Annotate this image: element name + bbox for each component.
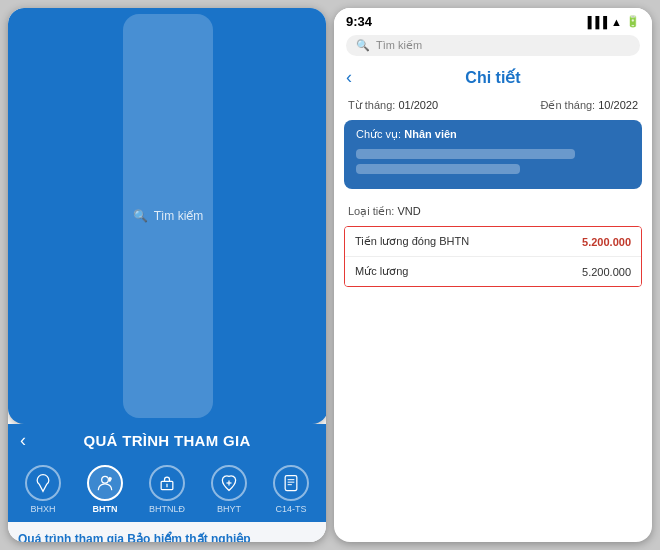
phone-right: 9:34 ▐▐▐ ▲ 🔋 🔍 Tìm kiếm ‹ Chi tiết Từ th… bbox=[334, 8, 652, 542]
tab-c14ts[interactable]: C14-TS bbox=[260, 465, 322, 514]
right-search-icon: 🔍 bbox=[356, 39, 370, 52]
detail-card-blur-area bbox=[344, 145, 642, 189]
tab-bhtn[interactable]: $ BHTN bbox=[74, 465, 136, 514]
tab-bhyt[interactable]: BHYT bbox=[198, 465, 260, 514]
left-search-placeholder: Tìm kiếm bbox=[154, 209, 204, 223]
phone-left: 🔍 Tìm kiếm ‹ QUÁ TRÌNH THAM GIA BHXH bbox=[8, 8, 326, 542]
currency-row: Loại tiền: VND bbox=[334, 199, 652, 226]
right-page-title: Chi tiết bbox=[465, 68, 520, 87]
left-page-title: QUÁ TRÌNH THAM GIA bbox=[83, 432, 250, 449]
currency-label: Loại tiền: bbox=[348, 205, 394, 217]
tab-bhtnld[interactable]: BHTNLĐ bbox=[136, 465, 198, 514]
svg-rect-7 bbox=[285, 476, 297, 491]
bhxh-icon bbox=[33, 473, 53, 493]
signal-icon: ▐▐▐ bbox=[584, 16, 607, 28]
right-status-bar: 9:34 ▐▐▐ ▲ 🔋 bbox=[334, 8, 652, 31]
tab-bhxh[interactable]: BHXH bbox=[12, 465, 74, 514]
left-content: Quá trình tham gia Bảo hiểm thất nghiệp … bbox=[8, 522, 326, 542]
left-search-box[interactable]: 🔍 Tìm kiếm bbox=[123, 14, 214, 418]
wifi-icon: ▲ bbox=[611, 16, 622, 28]
role-value: Nhân viên bbox=[404, 128, 457, 140]
right-search-placeholder: Tìm kiếm bbox=[376, 39, 422, 52]
bhtn-row-value: 5.200.000 bbox=[582, 236, 631, 248]
mucluong-row-value: 5.200.000 bbox=[582, 266, 631, 278]
bhtnld-icon bbox=[157, 473, 177, 493]
right-status-icons: ▐▐▐ ▲ 🔋 bbox=[584, 15, 640, 28]
mucluong-row-label: Mức lương bbox=[355, 265, 408, 278]
blur-line-1 bbox=[356, 149, 575, 159]
left-status-bar: 🔍 Tìm kiếm bbox=[8, 8, 326, 424]
tab-bhtnld-icon-circle bbox=[149, 465, 185, 501]
bhyt-icon bbox=[219, 473, 239, 493]
tab-c14ts-icon-circle bbox=[273, 465, 309, 501]
svg-point-0 bbox=[102, 476, 109, 483]
date-to-label: Đến tháng: bbox=[540, 99, 595, 111]
section-title: Quá trình tham gia Bảo hiểm thất nghiệp bbox=[18, 532, 316, 542]
left-search-icon: 🔍 bbox=[133, 209, 148, 223]
bhtn-icon: $ bbox=[95, 473, 115, 493]
tabs-row: BHXH $ BHTN bbox=[8, 461, 326, 522]
c14ts-icon bbox=[281, 473, 301, 493]
detail-row-mucluong: Mức lương 5.200.000 bbox=[345, 257, 641, 286]
date-range-row: Từ tháng: 01/2020 Đến tháng: 10/2022 bbox=[334, 95, 652, 120]
currency-value: VND bbox=[397, 205, 420, 217]
detail-card-header: Chức vụ: Nhân viên bbox=[344, 120, 642, 145]
tab-bhtn-label: BHTN bbox=[93, 504, 118, 514]
tab-bhtnld-label: BHTNLĐ bbox=[149, 504, 185, 514]
date-from-label: Từ tháng: bbox=[348, 99, 395, 111]
left-back-button[interactable]: ‹ bbox=[20, 430, 26, 451]
tab-bhtn-icon-circle: $ bbox=[87, 465, 123, 501]
right-time: 9:34 bbox=[346, 14, 372, 29]
left-header: ‹ QUÁ TRÌNH THAM GIA bbox=[8, 424, 326, 461]
detail-table: Tiền lương đóng BHTN 5.200.000 Mức lương… bbox=[344, 226, 642, 287]
phones-container: 🔍 Tìm kiếm ‹ QUÁ TRÌNH THAM GIA BHXH bbox=[0, 0, 660, 550]
right-back-button[interactable]: ‹ bbox=[346, 67, 352, 88]
blur-line-2 bbox=[356, 164, 520, 174]
date-to: Đến tháng: 10/2022 bbox=[540, 99, 638, 112]
bhtn-row-label: Tiền lương đóng BHTN bbox=[355, 235, 469, 248]
role-label: Chức vụ: bbox=[356, 128, 401, 140]
tab-bhyt-icon-circle bbox=[211, 465, 247, 501]
right-header: ‹ Chi tiết bbox=[334, 62, 652, 95]
detail-row-bhtn: Tiền lương đóng BHTN 5.200.000 bbox=[345, 227, 641, 257]
date-from-value: 01/2020 bbox=[398, 99, 438, 111]
right-search-row: 🔍 Tìm kiếm bbox=[334, 31, 652, 62]
date-from: Từ tháng: 01/2020 bbox=[348, 99, 438, 112]
tab-bhxh-icon-circle bbox=[25, 465, 61, 501]
date-to-value: 10/2022 bbox=[598, 99, 638, 111]
tab-c14ts-label: C14-TS bbox=[275, 504, 306, 514]
detail-card: Chức vụ: Nhân viên bbox=[344, 120, 642, 189]
battery-icon: 🔋 bbox=[626, 15, 640, 28]
tab-bhxh-label: BHXH bbox=[30, 504, 55, 514]
right-search-box[interactable]: 🔍 Tìm kiếm bbox=[346, 35, 640, 56]
tab-bhyt-label: BHYT bbox=[217, 504, 241, 514]
